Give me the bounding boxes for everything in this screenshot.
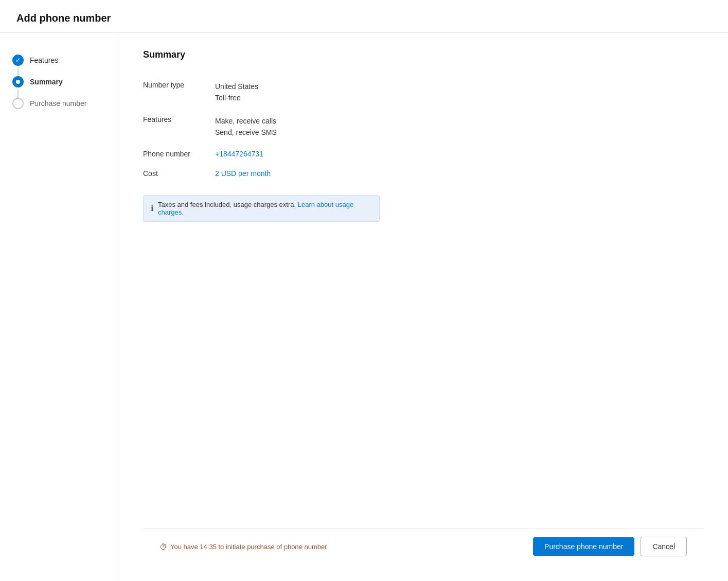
step-circle-features: ✓	[12, 55, 24, 66]
number-type-label: Number type	[143, 75, 215, 94]
footer-bar: ⏱ You have 14:35 to initiate purchase of…	[143, 528, 703, 565]
number-type-line1: United States	[215, 81, 703, 92]
info-text: Taxes and fees included, usage charges e…	[158, 201, 372, 216]
footer-left: ⏱ You have 14:35 to initiate purchase of…	[159, 542, 327, 551]
info-static-text: Taxes and fees included, usage charges e…	[158, 201, 296, 208]
cost-display: 2 USD per month	[215, 169, 271, 178]
number-type-line2: Toll-free	[215, 92, 703, 103]
timer-icon: ⏱	[159, 542, 167, 551]
step-circle-purchase	[12, 98, 24, 109]
cost-label: Cost	[143, 163, 215, 183]
step-circle-summary	[12, 76, 24, 87]
sidebar-item-features[interactable]: ✓ Features	[12, 49, 105, 71]
footer-right: Purchase phone number Cancel	[533, 537, 687, 556]
features-line1: Make, receive calls	[215, 115, 703, 127]
main-content: Summary Number type United States Toll-f…	[118, 33, 728, 581]
page-title: Add phone number	[16, 12, 712, 24]
sidebar: ✓ Features Summary Purchase number	[0, 33, 118, 581]
features-label: Features	[143, 109, 215, 129]
info-icon: ℹ	[151, 204, 154, 213]
step-label-features: Features	[30, 56, 58, 64]
checkmark-icon: ✓	[15, 57, 21, 64]
timer-text: You have 14:35 to initiate purchase of p…	[170, 543, 327, 551]
number-type-value: United States Toll-free	[215, 75, 703, 109]
features-line2: Send, receive SMS	[215, 127, 703, 138]
phone-number-display: +18447264731	[215, 150, 263, 158]
sidebar-item-purchase[interactable]: Purchase number	[12, 93, 105, 114]
cancel-button[interactable]: Cancel	[641, 537, 687, 556]
step-label-purchase: Purchase number	[30, 99, 87, 108]
sidebar-item-summary[interactable]: Summary	[12, 71, 105, 93]
active-dot	[16, 80, 20, 84]
summary-table: Number type United States Toll-free Feat…	[143, 75, 703, 183]
footer-section: ⏱ You have 14:35 to initiate purchase of…	[143, 528, 703, 565]
phone-number-value: +18447264731	[215, 144, 703, 163]
cost-value: 2 USD per month	[215, 163, 703, 183]
summary-section-title: Summary	[143, 49, 703, 60]
features-value: Make, receive calls Send, receive SMS	[215, 109, 703, 144]
phone-number-label: Phone number	[143, 144, 215, 163]
purchase-phone-number-button[interactable]: Purchase phone number	[533, 537, 634, 556]
info-banner: ℹ Taxes and fees included, usage charges…	[143, 195, 380, 222]
step-label-summary: Summary	[30, 78, 63, 86]
